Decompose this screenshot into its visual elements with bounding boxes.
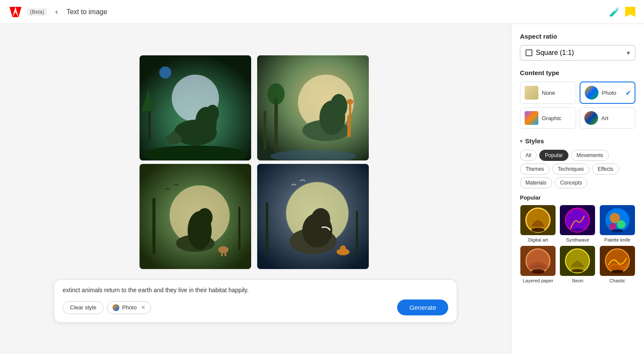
svg-point-20	[330, 94, 347, 118]
page-title: Text to image	[67, 8, 107, 16]
filter-materials[interactable]: Materials	[520, 177, 552, 188]
aspect-ratio-icon	[526, 49, 532, 56]
svg-point-43	[311, 208, 330, 230]
content-area: extinct animals return to the earth and …	[0, 24, 511, 354]
aspect-ratio-select[interactable]: Square (1:1) ▾	[520, 45, 635, 61]
collapse-icon[interactable]: ▾	[520, 138, 522, 144]
photo-tag-remove[interactable]: ✕	[141, 304, 146, 311]
content-type-photo-thumb	[585, 86, 598, 100]
style-palette-knife-label: Palette knife	[605, 237, 631, 242]
style-digital-art-label: Digital art	[528, 237, 548, 242]
filter-concepts[interactable]: Concepts	[555, 177, 588, 188]
svg-point-73	[611, 270, 623, 273]
style-synthwave-label: Synthwave	[566, 237, 589, 242]
svg-point-51	[532, 228, 544, 232]
style-chaotic-thumb	[600, 246, 635, 276]
filter-techniques[interactable]: Techniques	[552, 163, 589, 175]
content-type-grid: None Photo ✔ Graphic Art	[520, 82, 635, 129]
generated-image-2[interactable]	[257, 55, 369, 160]
style-layered-paper-thumb	[520, 246, 556, 276]
back-button[interactable]: ‹	[52, 6, 61, 18]
svg-point-69	[571, 269, 583, 272]
prompt-text: extinct animals return to the earth and …	[63, 287, 448, 293]
check-icon: ✔	[626, 89, 631, 97]
generate-button[interactable]: Generate	[397, 300, 448, 315]
content-type-art-label: Art	[601, 115, 609, 121]
svg-point-33	[218, 246, 228, 253]
content-type-none-thumb	[525, 86, 538, 100]
header-right: 🧪	[609, 7, 635, 17]
generated-image-4[interactable]	[257, 164, 369, 269]
style-neon-thumb	[560, 246, 595, 276]
content-type-photo[interactable]: Photo ✔	[580, 82, 636, 104]
content-type-none-label: None	[542, 90, 555, 96]
svg-rect-35	[225, 248, 226, 256]
app-header: (Beta) ‹ Text to image 🧪	[0, 0, 644, 24]
style-neon[interactable]: Neon	[559, 246, 595, 283]
styles-title: Styles	[525, 137, 544, 145]
style-filters: All Popular Movements Themes Techniques …	[520, 150, 635, 188]
chevron-down-icon: ▾	[627, 49, 630, 56]
svg-point-45	[340, 245, 346, 251]
filter-movements[interactable]: Movements	[571, 150, 609, 161]
svg-rect-34	[221, 248, 223, 256]
style-palette-knife[interactable]: Palette knife	[599, 205, 635, 242]
svg-rect-37	[238, 207, 240, 250]
style-palette-knife-thumb	[600, 205, 635, 235]
style-neon-label: Neon	[572, 278, 583, 283]
filter-effects[interactable]: Effects	[592, 163, 619, 175]
filter-themes[interactable]: Themes	[520, 163, 550, 175]
aspect-ratio-value: Square (1:1)	[536, 49, 574, 57]
content-type-graphic[interactable]: Graphic	[520, 107, 576, 129]
aspect-ratio-title: Aspect ratio	[520, 33, 635, 40]
right-panel: Aspect ratio Square (1:1) ▾ Content type…	[511, 24, 644, 354]
prompt-bar: extinct animals return to the earth and …	[54, 279, 457, 323]
styles-header: ▾ Styles	[520, 137, 635, 145]
filter-all[interactable]: All	[520, 150, 537, 161]
svg-point-59	[617, 220, 626, 229]
svg-rect-11	[148, 107, 151, 141]
filter-popular[interactable]: Popular	[539, 150, 568, 161]
content-type-none[interactable]: None	[520, 82, 576, 104]
style-synthwave-thumb	[560, 205, 595, 235]
content-type-graphic-label: Graphic	[542, 115, 562, 121]
style-chaotic-label: Chaotic	[609, 278, 625, 283]
prompt-tags: Clear style Photo ✕	[63, 301, 151, 314]
svg-rect-21	[347, 115, 351, 137]
svg-rect-22	[349, 103, 351, 118]
style-digital-art-thumb	[520, 205, 556, 235]
svg-point-65	[532, 269, 544, 274]
prompt-actions: Clear style Photo ✕ Generate	[63, 300, 448, 315]
svg-rect-36	[152, 198, 155, 254]
svg-point-32	[197, 208, 213, 227]
svg-point-8	[206, 105, 219, 122]
image-grid	[140, 55, 371, 269]
photo-tag-icon	[112, 304, 119, 311]
adobe-logo	[9, 5, 22, 19]
svg-rect-46	[266, 203, 268, 254]
bookmark-icon[interactable]	[625, 7, 635, 17]
aspect-ratio-inner: Square (1:1)	[526, 49, 574, 57]
content-type-graphic-thumb	[525, 111, 538, 125]
svg-point-61	[611, 229, 623, 233]
style-digital-art[interactable]: Digital art	[520, 205, 556, 242]
photo-tag-label: Photo	[122, 304, 137, 311]
style-synthwave[interactable]: Synthwave	[559, 205, 595, 242]
content-type-photo-label: Photo	[602, 90, 617, 96]
main-layout: extinct animals return to the earth and …	[0, 24, 644, 354]
clear-style-button[interactable]: Clear style	[63, 301, 103, 314]
generated-image-1[interactable]	[140, 55, 251, 160]
content-type-art[interactable]: Art	[580, 107, 636, 129]
style-grid: Digital art Synthwave	[520, 205, 635, 283]
beta-badge: (Beta)	[27, 8, 47, 16]
style-chaotic[interactable]: Chaotic	[599, 246, 635, 283]
photo-tag-button[interactable]: Photo ✕	[107, 301, 151, 314]
svg-point-55	[571, 228, 583, 232]
flask-icon[interactable]: 🧪	[609, 7, 620, 17]
style-layered-paper-label: Layered paper	[523, 278, 553, 283]
style-layered-paper[interactable]: Layered paper	[520, 246, 556, 283]
svg-point-25	[267, 83, 285, 105]
generated-image-3[interactable]	[140, 164, 251, 269]
svg-point-23	[346, 99, 353, 104]
svg-rect-26	[264, 111, 266, 150]
